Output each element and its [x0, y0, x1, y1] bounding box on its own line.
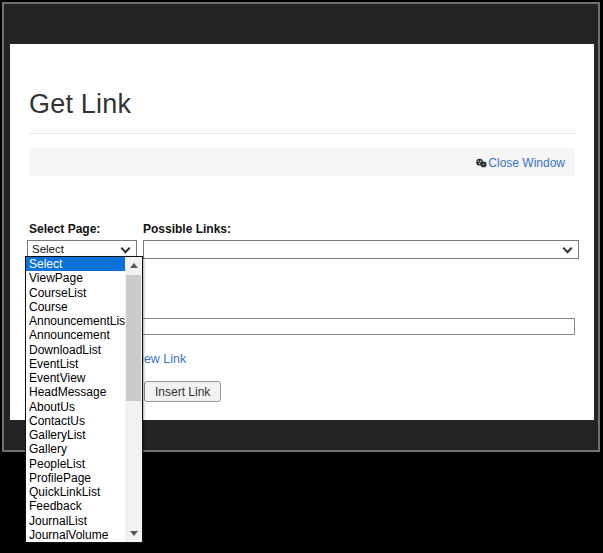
- close-window-link[interactable]: Close Window: [476, 156, 565, 170]
- dropdown-option[interactable]: EventList: [26, 357, 125, 371]
- select-page-open-list: SelectViewPageCourseListCourseAnnounceme…: [25, 256, 143, 543]
- dropdown-option[interactable]: CourseList: [26, 286, 125, 300]
- close-window-label: Close Window: [488, 156, 565, 170]
- dropdown-option[interactable]: ViewPage: [26, 271, 125, 285]
- page-title: Get Link: [29, 88, 131, 121]
- chevron-down-icon: [121, 244, 131, 254]
- select-page-label: Select Page:: [29, 222, 100, 236]
- triangle-up-icon: [130, 263, 138, 268]
- dropdown-option[interactable]: Course: [26, 300, 125, 314]
- dropdown-option[interactable]: JournalVolume: [26, 528, 125, 542]
- dropdown-option[interactable]: Announcement: [26, 328, 125, 342]
- dropdown-items: SelectViewPageCourseListCourseAnnounceme…: [26, 257, 125, 542]
- dropdown-option[interactable]: EventView: [26, 371, 125, 385]
- possible-links-dropdown[interactable]: [143, 240, 579, 259]
- dropdown-option[interactable]: QuickLinkList: [26, 485, 125, 499]
- dropdown-option[interactable]: Select: [26, 257, 125, 271]
- dropdown-option[interactable]: AnnouncementList: [26, 314, 125, 328]
- chevron-down-icon: [563, 244, 573, 254]
- scrollbar-down-button[interactable]: [125, 525, 142, 542]
- dropdown-option[interactable]: PeopleList: [26, 457, 125, 471]
- dropdown-option[interactable]: DownloadList: [26, 343, 125, 357]
- insert-link-button[interactable]: Insert Link: [144, 381, 221, 402]
- dropdown-option[interactable]: JournalList: [26, 514, 125, 528]
- possible-links-label: Possible Links:: [143, 222, 231, 236]
- scrollbar-thumb[interactable]: [126, 275, 141, 401]
- toolbar: Close Window: [29, 148, 575, 176]
- dropdown-option[interactable]: GalleryList: [26, 428, 125, 442]
- select-page-value: Select: [32, 243, 64, 255]
- scrollbar-up-button[interactable]: [125, 257, 142, 274]
- dropdown-option[interactable]: Feedback: [26, 499, 125, 513]
- triangle-down-icon: [130, 531, 138, 536]
- dropdown-option[interactable]: Gallery: [26, 442, 125, 456]
- dropdown-option[interactable]: ContactUs: [26, 414, 125, 428]
- dropdown-option[interactable]: HeadMessage: [26, 385, 125, 399]
- dropdown-option[interactable]: AboutUs: [26, 400, 125, 414]
- dropdown-option[interactable]: ProfilePage: [26, 471, 125, 485]
- close-window-icon: [476, 157, 487, 171]
- title-divider: [29, 133, 575, 134]
- dropdown-scrollbar[interactable]: [125, 257, 142, 542]
